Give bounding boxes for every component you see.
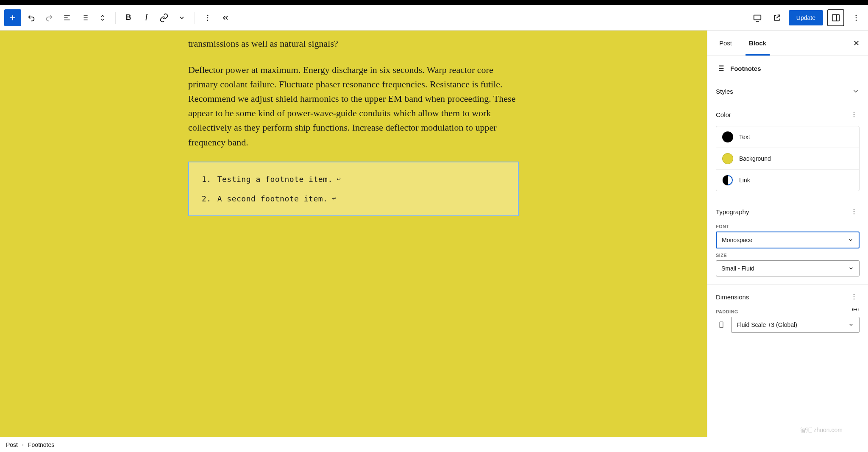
tab-block[interactable]: Block xyxy=(746,31,770,56)
footnotes-icon xyxy=(716,64,725,73)
color-link-label: Link xyxy=(739,177,750,184)
footnote-item[interactable]: A second footnote item. ↩ xyxy=(202,193,505,205)
svg-point-16 xyxy=(854,299,854,299)
separator xyxy=(115,12,116,24)
footnotes-block[interactable]: Testing a footnote item. ↩ A second foot… xyxy=(188,162,519,217)
svg-point-11 xyxy=(854,209,854,210)
document-overview-button[interactable] xyxy=(59,10,75,25)
view-button[interactable] xyxy=(750,10,765,25)
color-options-button[interactable] xyxy=(849,109,860,120)
block-name-label: Footnotes xyxy=(730,65,761,72)
block-identity: Footnotes xyxy=(707,56,868,81)
dimensions-title: Dimensions xyxy=(716,293,749,301)
list-view-button[interactable] xyxy=(77,10,92,25)
svg-point-2 xyxy=(207,20,209,21)
padding-unlink-button[interactable] xyxy=(851,305,860,314)
color-swatch-link xyxy=(722,175,733,186)
settings-panel-toggle[interactable] xyxy=(827,9,844,26)
styles-title: Styles xyxy=(716,88,733,95)
typography-title: Typography xyxy=(716,208,749,215)
breadcrumb-root[interactable]: Post xyxy=(6,441,18,448)
undo-button[interactable] xyxy=(24,10,39,25)
add-block-button[interactable] xyxy=(4,9,21,26)
font-label: Font xyxy=(716,224,860,229)
footnote-return-icon[interactable]: ↩ xyxy=(332,194,336,204)
dimensions-options-button[interactable] xyxy=(849,291,860,302)
svg-point-0 xyxy=(207,14,209,16)
footnote-return-icon[interactable]: ↩ xyxy=(337,174,341,184)
details-toggle[interactable] xyxy=(95,10,110,25)
padding-select[interactable]: Fluid Scale +3 (Global) xyxy=(731,317,860,333)
update-button[interactable]: Update xyxy=(789,10,823,25)
svg-point-15 xyxy=(854,296,854,297)
color-background-label: Background xyxy=(739,155,771,162)
close-sidebar-button[interactable]: ✕ xyxy=(853,39,860,48)
chevron-down-icon xyxy=(848,265,854,271)
block-breadcrumb: Post › Footnotes xyxy=(0,437,868,452)
svg-rect-3 xyxy=(754,15,761,20)
svg-point-5 xyxy=(856,14,857,16)
font-select[interactable]: Monospace xyxy=(716,232,860,248)
breadcrumb-current[interactable]: Footnotes xyxy=(28,441,54,448)
svg-point-7 xyxy=(856,20,857,21)
styles-section-toggle[interactable]: Styles xyxy=(707,81,868,102)
svg-point-9 xyxy=(854,114,854,115)
svg-point-10 xyxy=(854,116,854,117)
padding-side-icon xyxy=(716,320,727,329)
color-text-row[interactable]: Text xyxy=(716,126,859,148)
svg-point-12 xyxy=(854,211,854,212)
padding-value: Fluid Scale +3 (Global) xyxy=(737,321,797,328)
footnote-text: Testing a footnote item. xyxy=(217,173,333,185)
footnote-text: A second footnote item. xyxy=(217,193,328,205)
color-link-row[interactable]: Link xyxy=(716,170,859,191)
size-select[interactable]: Small - Fluid xyxy=(716,260,860,276)
padding-label: Padding xyxy=(716,309,738,314)
color-swatch-text xyxy=(722,131,733,142)
footnote-item[interactable]: Testing a footnote item. ↩ xyxy=(202,173,505,185)
size-value: Small - Fluid xyxy=(721,265,754,272)
window-blackbar xyxy=(0,0,868,5)
font-value: Monospace xyxy=(722,237,752,243)
settings-sidebar: Post Block ✕ Footnotes Styles xyxy=(707,31,868,437)
paragraph-block[interactable]: transmissions as well as natural signals… xyxy=(188,36,519,51)
link-button[interactable] xyxy=(156,10,172,25)
svg-rect-4 xyxy=(832,14,840,21)
italic-button[interactable]: I xyxy=(139,10,154,25)
svg-point-8 xyxy=(854,112,854,113)
color-background-row[interactable]: Background xyxy=(716,148,859,170)
chevron-down-icon xyxy=(852,87,860,95)
svg-point-1 xyxy=(207,17,209,18)
more-menu-button[interactable] xyxy=(849,10,864,25)
paragraph-block[interactable]: Deflector power at maximum. Energy disch… xyxy=(188,63,519,150)
editor-toolbar: B I Update xyxy=(0,5,868,31)
editor-canvas[interactable]: transmissions as well as natural signals… xyxy=(0,31,707,437)
color-swatch-background xyxy=(722,153,733,164)
size-label: Size xyxy=(716,253,860,258)
svg-point-14 xyxy=(854,294,854,295)
chevron-down-icon xyxy=(848,237,854,243)
tab-post[interactable]: Post xyxy=(716,31,735,56)
more-rich-text-button[interactable] xyxy=(174,10,189,25)
color-title: Color xyxy=(716,111,731,118)
preview-button[interactable] xyxy=(769,10,785,25)
options-button[interactable] xyxy=(200,10,215,25)
color-text-label: Text xyxy=(739,134,750,140)
collapse-toolbar-button[interactable] xyxy=(218,10,233,25)
chevron-down-icon xyxy=(848,322,854,328)
bold-button[interactable]: B xyxy=(121,10,136,25)
svg-rect-17 xyxy=(720,322,723,328)
redo-button[interactable] xyxy=(42,10,57,25)
typography-options-button[interactable] xyxy=(849,206,860,217)
svg-point-6 xyxy=(856,17,857,18)
separator xyxy=(195,12,195,24)
chevron-right-icon: › xyxy=(22,442,24,448)
svg-point-13 xyxy=(854,213,854,214)
